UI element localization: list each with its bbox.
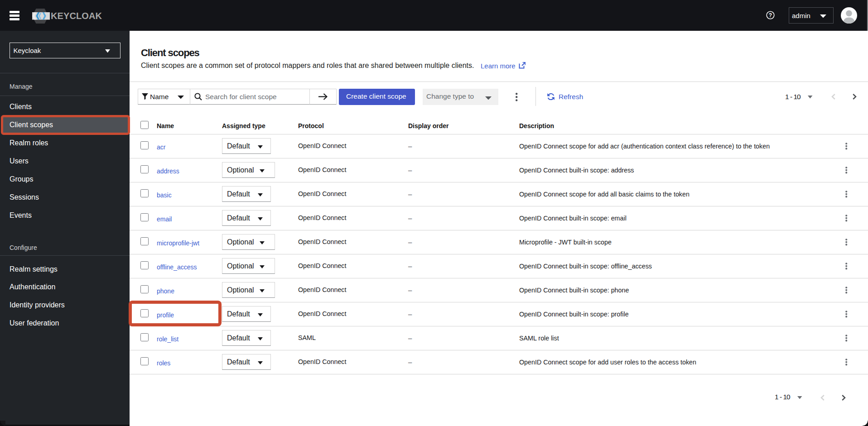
svg-text:?: ? [769,12,772,19]
